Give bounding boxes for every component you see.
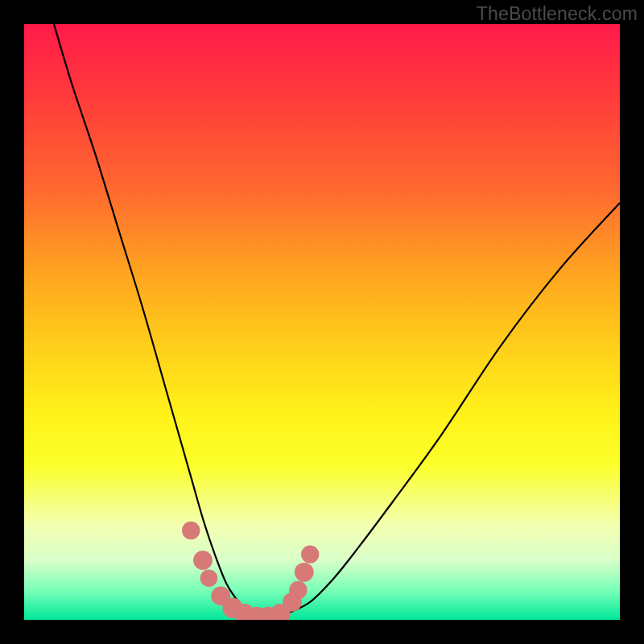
chart-svg <box>24 24 620 620</box>
chart-frame: TheBottleneck.com <box>0 0 644 644</box>
curve-marker <box>193 551 213 570</box>
curve-markers <box>182 522 319 620</box>
curve-marker <box>295 563 314 582</box>
curve-marker <box>289 581 307 599</box>
watermark-text: TheBottleneck.com <box>477 3 638 25</box>
curve-marker <box>200 569 218 587</box>
plot-area <box>24 24 620 620</box>
bottleneck-curve <box>54 24 620 620</box>
curve-marker <box>301 545 319 563</box>
curve-marker <box>182 522 200 539</box>
